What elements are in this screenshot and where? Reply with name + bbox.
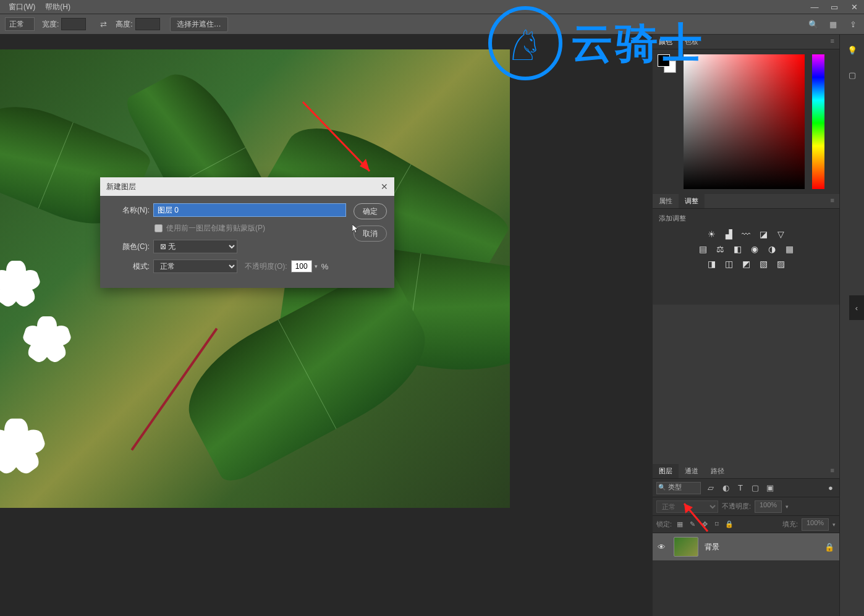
gradient-map-icon[interactable]: ▧ bbox=[757, 259, 769, 269]
mode-select[interactable]: 正常 bbox=[5, 17, 35, 31]
width-label: 宽度: bbox=[42, 19, 59, 30]
hue-slider[interactable] bbox=[812, 54, 824, 189]
opacity-flyout-icon[interactable]: ▾ bbox=[786, 504, 789, 510]
learn-panel-icon[interactable]: 💡 bbox=[845, 43, 859, 57]
blend-mode-select[interactable]: 正常 bbox=[153, 259, 237, 273]
layers-panel-tabs: 图层 通道 路径 ≡ bbox=[653, 464, 839, 479]
clipping-mask-checkbox[interactable] bbox=[155, 224, 163, 232]
libraries-panel-icon[interactable]: ▢ bbox=[845, 68, 859, 82]
dialog-title-bar[interactable]: 新建图层 ✕ bbox=[100, 177, 394, 196]
exposure-icon[interactable]: ◪ bbox=[757, 229, 769, 239]
color-lookup-icon[interactable]: ▦ bbox=[783, 244, 795, 254]
name-label: 名称(N): bbox=[109, 205, 150, 216]
posterize-icon[interactable]: ◫ bbox=[722, 259, 735, 269]
layer-thumbnail[interactable] bbox=[674, 537, 698, 557]
background-lock-icon[interactable]: 🔒 bbox=[824, 542, 834, 552]
black-white-icon[interactable]: ◧ bbox=[731, 244, 743, 254]
filter-type-icon[interactable]: T bbox=[735, 483, 745, 493]
visibility-toggle-icon[interactable]: 👁 bbox=[658, 542, 667, 552]
lock-position-icon[interactable]: ✥ bbox=[700, 520, 709, 529]
collapsed-panels-strip: 💡 ▢ bbox=[839, 35, 864, 616]
mode-label: 模式: bbox=[109, 261, 150, 272]
swap-dimensions-icon[interactable]: ⇄ bbox=[97, 18, 109, 30]
width-input[interactable] bbox=[61, 18, 86, 30]
opacity-input[interactable] bbox=[291, 260, 312, 272]
color-label: 颜色(C): bbox=[109, 242, 150, 252]
fill-label: 填充: bbox=[782, 520, 798, 529]
color-picker-panel bbox=[653, 49, 839, 194]
select-and-mask-button[interactable]: 选择并遮住… bbox=[170, 17, 228, 32]
search-icon[interactable]: 🔍 bbox=[807, 18, 820, 30]
layer-fill-input[interactable]: 100% bbox=[802, 518, 829, 531]
tab-paths[interactable]: 路径 bbox=[705, 464, 731, 478]
adjustments-panel: 添加调整 ☀ ▟ 〰 ◪ ▽ ▤ ⚖ ◧ ◉ ◑ ▦ ◨ ◫ ◩ ▧ ▨ bbox=[653, 209, 839, 305]
threshold-icon[interactable]: ◩ bbox=[740, 259, 752, 269]
filter-toggle-icon[interactable]: ● bbox=[826, 483, 836, 493]
clipping-mask-label: 使用前一图层创建剪贴蒙版(P) bbox=[166, 223, 265, 234]
lock-transparency-icon[interactable]: ▦ bbox=[676, 520, 684, 529]
menu-window[interactable]: 窗口(W) bbox=[4, 1, 40, 14]
tab-layers[interactable]: 图层 bbox=[653, 464, 679, 478]
height-input[interactable] bbox=[135, 18, 160, 30]
tab-properties[interactable]: 属性 bbox=[653, 194, 679, 208]
filter-shape-icon[interactable]: ▢ bbox=[750, 483, 760, 493]
maximize-button[interactable]: ▭ bbox=[824, 0, 844, 14]
color-panel-menu-icon[interactable]: ≡ bbox=[826, 35, 839, 49]
cursor-pointer-icon bbox=[352, 224, 360, 234]
ok-button[interactable]: 确定 bbox=[354, 203, 387, 219]
tab-channels[interactable]: 通道 bbox=[679, 464, 705, 478]
layer-blend-select[interactable]: 正常 bbox=[656, 500, 718, 513]
vibrance-icon[interactable]: ▽ bbox=[774, 229, 787, 239]
minimize-button[interactable]: — bbox=[805, 0, 824, 14]
channel-mixer-icon[interactable]: ◑ bbox=[766, 244, 778, 254]
dialog-close-button[interactable]: ✕ bbox=[381, 182, 388, 192]
props-panel-menu-icon[interactable]: ≡ bbox=[826, 194, 839, 208]
layers-panel: 类型 ▱ ◐ T ▢ ▣ ● 正常 不透明度: 100% ▾ 锁定: ▦ ✎ ✥… bbox=[653, 479, 839, 616]
lock-all-icon[interactable]: 🔒 bbox=[725, 520, 734, 529]
layer-row[interactable]: 👁 背景 🔒 bbox=[653, 533, 839, 560]
properties-panel-tabs: 属性 调整 ≡ bbox=[653, 194, 839, 209]
share-icon[interactable]: ⇪ bbox=[847, 18, 859, 30]
color-field[interactable] bbox=[684, 54, 805, 189]
lock-artboard-icon[interactable]: ⌑ bbox=[713, 520, 721, 529]
layer-opacity-input[interactable]: 100% bbox=[755, 500, 782, 513]
brightness-contrast-icon[interactable]: ☀ bbox=[705, 229, 718, 239]
layer-filter-select[interactable]: 类型 bbox=[656, 482, 701, 494]
arrange-docs-icon[interactable]: ▦ bbox=[827, 18, 839, 30]
menu-bar: 窗口(W) 帮助(H) — ▭ ✕ bbox=[0, 0, 864, 14]
tab-color[interactable]: 颜色 bbox=[653, 35, 679, 49]
invert-icon[interactable]: ◨ bbox=[705, 259, 718, 269]
levels-icon[interactable]: ▟ bbox=[722, 229, 735, 239]
lock-label: 锁定: bbox=[656, 520, 672, 529]
fill-flyout-icon[interactable]: ▾ bbox=[832, 521, 836, 528]
expand-strip-button[interactable]: ‹ bbox=[849, 295, 864, 320]
dialog-title: 新建图层 bbox=[106, 182, 136, 192]
height-label: 高度: bbox=[116, 19, 132, 30]
tab-swatches[interactable]: 色板 bbox=[679, 35, 705, 49]
tab-adjustments[interactable]: 调整 bbox=[679, 194, 705, 208]
layers-panel-menu-icon[interactable]: ≡ bbox=[826, 464, 839, 478]
add-adjustment-label: 添加调整 bbox=[659, 214, 833, 223]
filter-adjustment-icon[interactable]: ◐ bbox=[721, 483, 731, 493]
filter-smartobject-icon[interactable]: ▣ bbox=[765, 483, 775, 493]
color-panel-tabs: 颜色 色板 ≡ bbox=[653, 35, 839, 49]
opacity-dropdown-icon[interactable]: ▾ bbox=[315, 263, 318, 269]
foreground-color-swatch[interactable] bbox=[658, 54, 670, 67]
photo-filter-icon[interactable]: ◉ bbox=[748, 244, 761, 254]
close-window-button[interactable]: ✕ bbox=[844, 0, 864, 14]
options-bar: 正常 宽度: ⇄ 高度: 选择并遮住… 🔍 ▦ ⇪ bbox=[0, 14, 864, 35]
new-layer-dialog: 新建图层 ✕ 确定 取消 名称(N): 使用前一图层创建剪贴蒙版(P) 颜色(C… bbox=[100, 177, 394, 288]
lock-pixels-icon[interactable]: ✎ bbox=[688, 520, 697, 529]
hue-sat-icon[interactable]: ▤ bbox=[697, 244, 709, 254]
filter-pixel-icon[interactable]: ▱ bbox=[706, 483, 716, 493]
layer-name-input[interactable] bbox=[153, 203, 346, 217]
right-panels: 颜色 色板 ≡ 属性 调整 ≡ 添加调整 ☀ ▟ 〰 ◪ ▽ ▤ ⚖ bbox=[653, 35, 839, 616]
layer-name-label[interactable]: 背景 bbox=[705, 542, 818, 552]
color-balance-icon[interactable]: ⚖ bbox=[714, 244, 726, 254]
curves-icon[interactable]: 〰 bbox=[740, 229, 752, 239]
layer-opacity-label: 不透明度: bbox=[722, 502, 751, 511]
layer-color-select[interactable]: ⊠ 无 bbox=[153, 240, 237, 253]
selective-color-icon[interactable]: ▨ bbox=[774, 259, 787, 269]
opacity-label: 不透明度(O): bbox=[245, 261, 287, 272]
menu-help[interactable]: 帮助(H) bbox=[40, 1, 75, 14]
